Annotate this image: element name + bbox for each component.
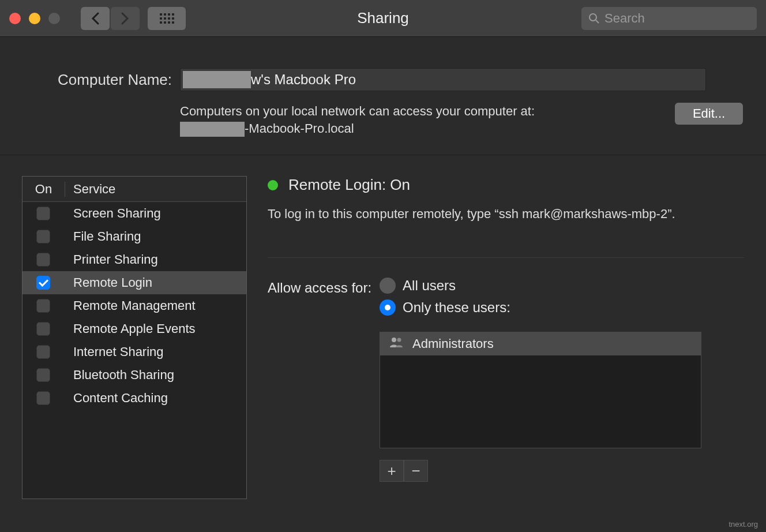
computer-name-field[interactable]: w's Macbook Pro	[180, 68, 706, 91]
service-checkbox[interactable]	[36, 345, 50, 359]
user-label: Administrators	[412, 336, 494, 351]
ssh-instruction: To log in to this computer remotely, typ…	[268, 205, 744, 223]
local-network-info: Computers on your local network can acce…	[180, 103, 535, 137]
service-checkbox[interactable]	[36, 230, 50, 243]
status-row: Remote Login: On	[268, 176, 744, 194]
show-all-button[interactable]	[148, 7, 186, 30]
col-header-on[interactable]: On	[22, 182, 65, 197]
window-title: Sharing	[357, 9, 409, 27]
redacted-name	[183, 71, 251, 88]
radio-only-these-users[interactable]: Only these users:	[380, 299, 701, 316]
maximize-window-icon	[48, 13, 60, 24]
titlebar: Sharing Search	[0, 0, 766, 37]
service-row[interactable]: File Sharing	[22, 225, 246, 248]
service-row[interactable]: Internet Sharing	[22, 340, 246, 364]
add-remove-buttons: + −	[380, 460, 701, 482]
computer-name-label: Computer Name:	[23, 71, 172, 89]
grid-icon	[160, 13, 174, 24]
minimize-window-icon[interactable]	[29, 13, 40, 24]
nav-buttons	[81, 7, 140, 30]
svg-line-1	[596, 20, 599, 23]
service-checkbox[interactable]	[36, 276, 50, 290]
service-detail: Remote Login: On To log in to this compu…	[268, 176, 744, 499]
svg-point-2	[392, 338, 396, 342]
search-placeholder: Search	[604, 11, 645, 26]
service-row-remote-login[interactable]: Remote Login	[22, 271, 246, 294]
traffic-lights	[9, 13, 60, 24]
service-row[interactable]: Printer Sharing	[22, 248, 246, 271]
close-window-icon[interactable]	[9, 13, 21, 24]
service-row[interactable]: Remote Management	[22, 294, 246, 317]
user-row[interactable]: Administrators	[380, 332, 701, 355]
service-checkbox[interactable]	[36, 322, 50, 336]
svg-point-0	[589, 14, 596, 21]
service-row[interactable]: Screen Sharing	[22, 202, 246, 225]
users-icon	[389, 336, 404, 351]
services-table: On Service Screen Sharing File Sharing P…	[22, 176, 247, 499]
radio-icon	[380, 299, 396, 316]
redacted-hostname	[180, 122, 245, 137]
radio-all-users[interactable]: All users	[380, 278, 701, 294]
col-header-service[interactable]: Service	[65, 182, 115, 197]
radio-icon	[380, 278, 396, 294]
search-field[interactable]: Search	[581, 7, 757, 30]
edit-hostname-button[interactable]: Edit...	[675, 103, 743, 125]
service-row[interactable]: Remote Apple Events	[22, 317, 246, 340]
service-row[interactable]: Content Caching	[22, 387, 246, 410]
watermark: tnext.org	[729, 520, 758, 529]
status-indicator-icon	[268, 180, 278, 190]
service-checkbox[interactable]	[36, 368, 50, 382]
computer-name-value: w's Macbook Pro	[251, 72, 356, 88]
service-row[interactable]: Bluetooth Sharing	[22, 364, 246, 387]
service-checkbox[interactable]	[36, 299, 50, 313]
back-button[interactable]	[81, 7, 110, 30]
forward-button	[111, 7, 140, 30]
user-list[interactable]: Administrators	[380, 332, 701, 448]
svg-point-3	[397, 338, 401, 342]
search-icon	[588, 13, 600, 24]
service-checkbox[interactable]	[36, 207, 50, 220]
remove-user-button[interactable]: −	[404, 460, 428, 482]
service-checkbox[interactable]	[36, 253, 50, 267]
add-user-button[interactable]: +	[380, 460, 404, 482]
service-checkbox[interactable]	[36, 391, 50, 405]
status-title: Remote Login: On	[288, 176, 410, 194]
allow-access-label: Allow access for:	[268, 280, 371, 296]
